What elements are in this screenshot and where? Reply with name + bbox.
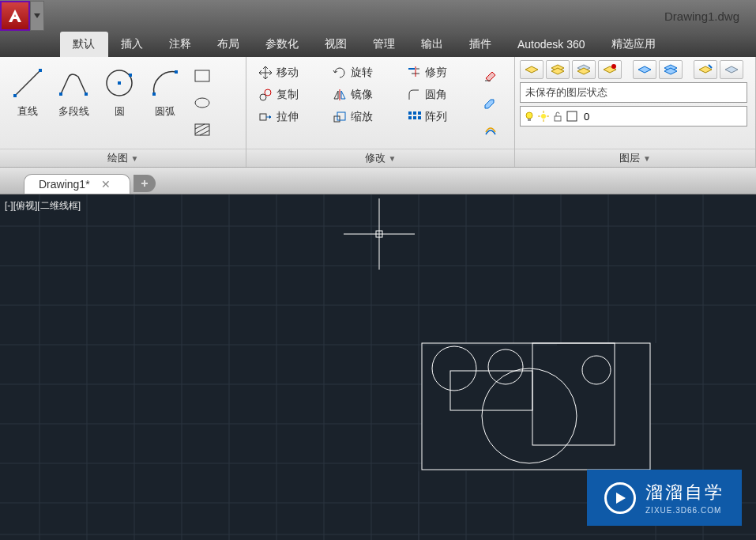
tab-autodesk360[interactable]: Autodesk 360	[505, 32, 599, 57]
layer-match-button[interactable]	[694, 60, 717, 79]
ribbon: 直线 多段线 圆 圆弧 绘图▼	[0, 57, 756, 168]
tab-plugins[interactable]: 插件	[457, 32, 505, 57]
layer-current-name: 0	[584, 111, 589, 123]
svg-point-21	[265, 89, 271, 96]
layer-stack-icon	[550, 63, 566, 76]
svg-rect-35	[528, 119, 531, 121]
panel-draw-title[interactable]: 绘图▼	[0, 149, 246, 167]
svg-rect-41	[555, 116, 561, 121]
circle-icon	[102, 66, 137, 100]
tab-featured[interactable]: 精选应用	[599, 32, 669, 57]
layer-freeze-button[interactable]	[598, 60, 622, 79]
explode-icon	[483, 94, 498, 110]
tool-circle-label: 圆	[115, 104, 125, 119]
array-icon	[407, 110, 421, 124]
svg-rect-2	[39, 69, 42, 72]
svg-rect-3	[59, 93, 62, 96]
svg-rect-42	[567, 111, 577, 121]
svg-rect-8	[152, 93, 156, 96]
layer-states-button[interactable]	[546, 60, 570, 79]
rotate-icon	[333, 66, 347, 80]
svg-rect-76	[422, 343, 650, 470]
tab-output[interactable]: 输出	[408, 32, 457, 57]
tool-fillet[interactable]: 圆角	[406, 87, 469, 103]
chevron-down-icon: ▼	[131, 154, 139, 163]
hatch-icon	[194, 123, 211, 137]
tool-ellipse[interactable]	[191, 92, 213, 114]
tab-parametric[interactable]: 参数化	[253, 32, 312, 57]
tool-rectangle[interactable]	[191, 65, 213, 87]
add-tab-button[interactable]	[134, 175, 156, 192]
tool-stretch[interactable]: 拉伸	[258, 109, 321, 125]
panel-layer: 未保存的图层状态 0 图层▼	[515, 57, 756, 167]
layer-off-button[interactable]	[633, 60, 656, 79]
drawing-canvas[interactable]: [-][俯视][二维线框]	[0, 194, 756, 540]
mirror-icon	[333, 88, 347, 102]
tab-annotate[interactable]: 注释	[156, 32, 205, 57]
tab-default[interactable]: 默认	[60, 32, 108, 57]
tab-layout[interactable]: 布局	[205, 32, 253, 57]
svg-rect-26	[408, 111, 412, 115]
layer-stack-icon	[663, 63, 679, 76]
color-swatch-icon	[566, 111, 577, 122]
bulb-icon	[524, 111, 535, 122]
tab-view[interactable]: 视图	[312, 32, 360, 57]
svg-point-79	[432, 346, 476, 391]
layer-current-combo[interactable]: 0	[520, 106, 747, 127]
svg-point-34	[526, 112, 532, 119]
tool-explode[interactable]	[480, 92, 501, 112]
tool-mirror[interactable]: 镜像	[332, 87, 395, 103]
svg-rect-28	[418, 111, 421, 115]
panel-layer-title[interactable]: 图层▼	[515, 149, 755, 167]
copy-icon	[258, 88, 273, 102]
tool-polyline[interactable]: 多段线	[51, 60, 96, 123]
layer-state-combo[interactable]: 未保存的图层状态	[520, 82, 747, 103]
tool-rotate[interactable]: 旋转	[332, 65, 395, 81]
document-tab[interactable]: Drawing1* ✕	[24, 174, 130, 194]
tool-polyline-label: 多段线	[58, 104, 89, 119]
tab-insert[interactable]: 插入	[108, 32, 156, 57]
layer-stack-icon	[724, 63, 739, 76]
layer-isolate-button[interactable]	[572, 60, 596, 79]
layer-on-button[interactable]	[659, 60, 683, 79]
panel-modify: 移动 旋转 修剪 复制 镜像 圆角 拉伸 缩放 阵列	[246, 57, 515, 167]
ellipse-icon	[194, 96, 211, 110]
svg-point-82	[582, 356, 611, 384]
tool-array[interactable]: 阵列	[406, 109, 469, 125]
svg-point-11	[195, 98, 209, 108]
svg-rect-7	[129, 74, 132, 77]
panel-draw: 直线 多段线 圆 圆弧 绘图▼	[0, 57, 246, 167]
tool-trim[interactable]: 修剪	[406, 65, 469, 81]
tool-move[interactable]: 移动	[258, 65, 321, 81]
tool-erase[interactable]	[480, 65, 501, 85]
watermark: 溜溜自学 ZIXUE.3D66.COM	[587, 470, 742, 526]
tool-hatch[interactable]	[191, 119, 213, 141]
layer-stack-icon	[602, 63, 618, 76]
tool-copy[interactable]: 复制	[258, 87, 321, 103]
svg-point-20	[260, 94, 266, 100]
close-icon[interactable]: ✕	[101, 178, 111, 191]
panel-modify-title[interactable]: 修改▼	[246, 149, 514, 167]
tool-arc[interactable]: 圆弧	[142, 60, 188, 123]
document-title: Drawing1.dwg	[664, 9, 739, 23]
offset-icon	[483, 121, 498, 137]
layer-properties-button[interactable]	[520, 60, 543, 79]
watermark-sub: ZIXUE.3D66.COM	[645, 506, 724, 515]
svg-line-14	[195, 126, 209, 134]
tool-line-label: 直线	[17, 104, 38, 119]
tool-circle[interactable]: 圆	[96, 60, 142, 123]
plus-icon	[140, 179, 149, 188]
svg-rect-31	[418, 116, 421, 119]
play-icon	[604, 482, 636, 514]
tool-scale[interactable]: 缩放	[332, 109, 395, 125]
svg-rect-10	[195, 70, 209, 81]
layer-previous-button[interactable]	[720, 60, 743, 79]
tool-line[interactable]: 直线	[5, 60, 51, 123]
user-drawing	[422, 343, 650, 470]
chevron-down-icon: ▼	[389, 154, 397, 163]
svg-point-36	[541, 114, 546, 119]
layer-stack-icon	[637, 63, 653, 76]
tab-manage[interactable]: 管理	[360, 32, 408, 57]
lock-open-icon	[552, 111, 563, 122]
tool-offset[interactable]	[480, 119, 501, 139]
